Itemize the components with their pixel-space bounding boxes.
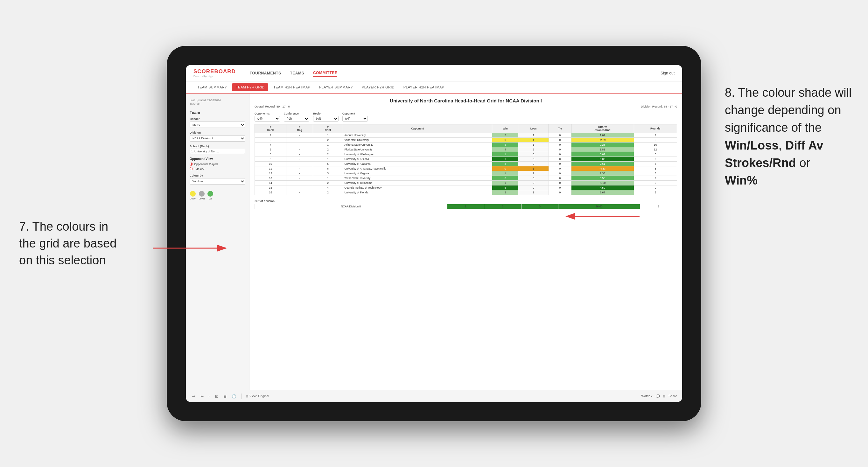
cell-rounds: 3 xyxy=(634,166,677,171)
undo-button[interactable]: ↩ xyxy=(191,394,197,399)
cell-loss: 1 xyxy=(518,143,549,147)
cell-loss: 1 xyxy=(518,166,549,171)
tablet-device: SCOREBOARD Powered by clippd TOURNAMENTS… xyxy=(167,46,701,421)
cell-conf: 2 xyxy=(313,147,343,152)
cell-reg: - xyxy=(286,166,313,171)
toolbar-right-buttons: Watch ▾ 💬 ⊞ Share xyxy=(642,395,677,398)
cell-win: 5 xyxy=(492,143,518,147)
col-conf: #Conf xyxy=(313,124,343,133)
sub-nav-player-h2h-grid[interactable]: PLAYER H2H GRID xyxy=(358,83,398,91)
cell-opponent: University of Oklahoma xyxy=(343,181,492,185)
sidebar-meta: Last Updated: 27/03/202416:55:38 xyxy=(190,99,245,106)
cell-rounds: 2 xyxy=(634,157,677,162)
cell-diff: 1.83 xyxy=(571,147,634,152)
cell-tie: 0 xyxy=(549,190,571,195)
cell-opponent: Florida State University xyxy=(343,147,492,152)
annotation-left: 7. The colours in the grid are based on … xyxy=(19,218,127,269)
radio-opponents-played-circle[interactable] xyxy=(190,162,193,166)
filter-opponent-label: Opponent xyxy=(342,112,368,115)
clock-button[interactable]: 🕐 xyxy=(230,394,238,399)
table-row: 4 - 1 Arizona State University 5 1 0 2.2… xyxy=(255,143,677,147)
camera-button[interactable]: ⊡ xyxy=(214,394,220,399)
cell-conf: 1 xyxy=(313,133,343,138)
table-row: 10 - 5 University of Alabama 3 0 0 2.61 … xyxy=(255,162,677,166)
cell-diff: 2.61 xyxy=(571,162,634,166)
share-btn[interactable]: Share xyxy=(669,395,677,398)
cell-diff: 2.33 xyxy=(571,171,634,176)
filter-region-label: Region xyxy=(313,112,339,115)
cell-rank: 13 xyxy=(255,176,286,181)
division-record: Division Record: 88 · 17 · 0 xyxy=(641,105,677,108)
watch-btn[interactable]: Watch ▾ xyxy=(642,395,653,398)
cell-rank: 8 xyxy=(255,152,286,157)
cell-rounds: 8 xyxy=(634,162,677,166)
col-win: Win xyxy=(492,124,518,133)
redo-button[interactable]: ↪ xyxy=(199,394,205,399)
filter-opponents-select[interactable]: (All) xyxy=(254,116,280,122)
filter-region-select[interactable]: (All) xyxy=(313,116,339,122)
out-diff: 26.00 xyxy=(558,204,640,209)
cell-diff: 9.00 xyxy=(571,157,634,162)
out-rounds: 3 xyxy=(640,204,677,209)
sub-nav-player-summary[interactable]: PLAYER SUMMARY xyxy=(315,83,357,91)
legend-row: Down Level Up xyxy=(190,191,245,200)
back-button[interactable]: ‹ xyxy=(208,394,211,399)
nav-teams[interactable]: TEAMS xyxy=(290,70,304,77)
cell-diff: 4.50 xyxy=(571,185,634,190)
cell-loss: 1 xyxy=(518,133,549,138)
cell-loss: 2 xyxy=(518,147,549,152)
filter-conference-select[interactable]: (All) xyxy=(284,116,309,122)
cell-rank: 11 xyxy=(255,166,286,171)
nav-tournaments[interactable]: TOURNAMENTS xyxy=(250,70,281,77)
cell-win: 0 xyxy=(492,138,518,143)
sub-nav-team-h2h-heatmap[interactable]: TEAM H2H HEATMAP xyxy=(270,83,314,91)
legend-down: Down xyxy=(190,191,196,200)
filter-opponent-select[interactable]: (All) xyxy=(342,116,368,122)
cell-opponent: University of Arkansas, Fayetteville xyxy=(343,166,492,171)
table-row: 16 - 2 University of Florida 3 1 0 6.67 … xyxy=(255,190,677,195)
cell-rank: 6 xyxy=(255,147,286,152)
opponent-view-radio-group: Opponents Played Top 100 xyxy=(190,162,245,170)
radio-opponents-played[interactable]: Opponents Played xyxy=(190,162,245,166)
cell-rank: 16 xyxy=(255,190,286,195)
layout-button[interactable]: ⊞ xyxy=(222,394,228,399)
legend-down-label: Down xyxy=(190,197,196,200)
radio-top100-circle[interactable] xyxy=(190,167,193,170)
cell-diff: 2.28 xyxy=(571,143,634,147)
sub-nav-team-h2h-grid[interactable]: TEAM H2H GRID xyxy=(232,83,268,91)
top-nav: SCOREBOARD Powered by clippd TOURNAMENTS… xyxy=(186,65,682,82)
sidebar-gender-select[interactable]: Men's xyxy=(190,122,245,128)
view-original-btn[interactable]: ⊞ View: Original xyxy=(246,395,269,398)
cell-conf: 1 xyxy=(313,157,343,162)
legend-level-dot xyxy=(199,191,205,196)
grid-btn[interactable]: ⊞ xyxy=(663,395,665,398)
filter-conference-label: Conference xyxy=(284,112,309,115)
colour-by-select[interactable]: Win/loss Diff Av Strokes/Rnd Win% xyxy=(190,178,245,185)
cell-rank: 9 xyxy=(255,157,286,162)
comment-btn[interactable]: 💬 xyxy=(656,395,659,398)
cell-rounds: 9 xyxy=(634,176,677,181)
sidebar-division-select[interactable]: NCAA Division I xyxy=(190,135,245,142)
col-reg: #Reg xyxy=(286,124,313,133)
out-loss: 0 xyxy=(484,204,521,209)
col-tie: Tie xyxy=(549,124,571,133)
out-of-division-label: Out of division xyxy=(254,199,677,203)
table-row: 13 - 1 Texas Tech University 3 0 0 5.56 … xyxy=(255,176,677,181)
cell-win: 0 xyxy=(492,166,518,171)
sub-nav-team-summary[interactable]: TEAM SUMMARY xyxy=(193,83,231,91)
cell-reg: - xyxy=(286,190,313,195)
sub-nav-player-h2h-heatmap[interactable]: PLAYER H2H HEATMAP xyxy=(400,83,448,91)
nav-committee[interactable]: COMMITTEE xyxy=(313,69,338,77)
cell-opponent: University of Florida xyxy=(343,190,492,195)
filters-row: Opponents: (All) Conference (All) Region xyxy=(254,112,677,122)
cell-tie: 0 xyxy=(549,147,571,152)
legend-up-dot xyxy=(208,191,213,196)
cell-tie: 0 xyxy=(549,166,571,171)
cell-opponent: University of Arizona xyxy=(343,157,492,162)
sign-out-link[interactable]: Sign out xyxy=(660,71,675,75)
cell-rounds: 8 xyxy=(634,138,677,143)
sidebar-gender-label: Gender xyxy=(190,117,245,121)
radio-top100[interactable]: Top 100 xyxy=(190,167,245,170)
cell-loss: 1 xyxy=(518,190,549,195)
legend-level: Level xyxy=(198,191,205,200)
